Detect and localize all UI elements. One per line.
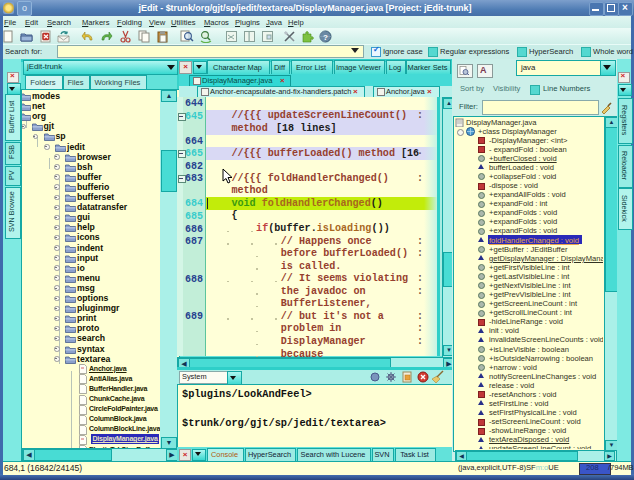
svg-text:?: ? [323,33,328,42]
